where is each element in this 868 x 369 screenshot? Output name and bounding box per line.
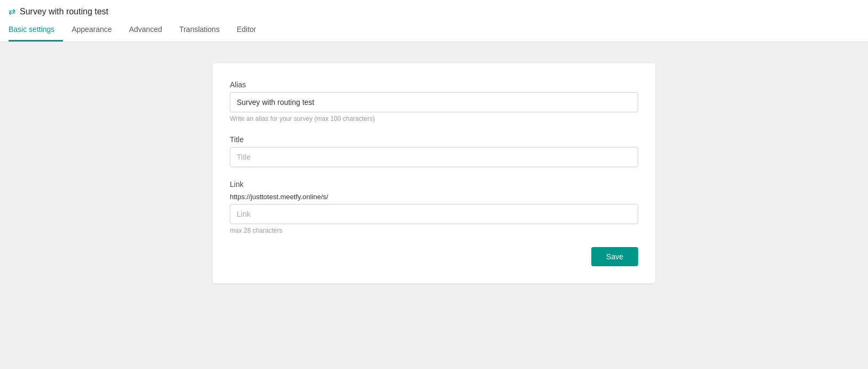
- title-field-group: Title: [230, 135, 638, 167]
- tab-basic-settings[interactable]: Basic settings: [9, 19, 63, 42]
- tab-translations[interactable]: Translations: [171, 19, 228, 42]
- save-button[interactable]: Save: [591, 247, 638, 266]
- routing-icon: ⇄: [9, 6, 15, 17]
- alias-hint: Write an alias for your survey (max 100 …: [230, 115, 638, 122]
- top-bar: ⇄ Survey with routing test Basic setting…: [0, 0, 868, 42]
- tab-appearance[interactable]: Appearance: [63, 19, 120, 42]
- save-row: Save: [230, 247, 638, 266]
- alias-field-group: Alias Write an alias for your survey (ma…: [230, 80, 638, 122]
- title-input[interactable]: [230, 147, 638, 167]
- link-label-row: Link https://justtotest.meetfy.online/s/: [230, 180, 638, 201]
- tab-advanced[interactable]: Advanced: [120, 19, 171, 42]
- alias-label: Alias: [230, 80, 638, 89]
- main-content: Alias Write an alias for your survey (ma…: [0, 42, 868, 305]
- link-field-group: Link https://justtotest.meetfy.online/s/…: [230, 180, 638, 234]
- settings-card: Alias Write an alias for your survey (ma…: [213, 63, 655, 283]
- link-url-display: https://justtotest.meetfy.online/s/: [230, 193, 638, 201]
- tabs-row: Basic settings Appearance Advanced Trans…: [9, 19, 859, 42]
- tab-editor[interactable]: Editor: [228, 19, 265, 42]
- link-hint: max 28 characters: [230, 227, 638, 234]
- link-label: Link: [230, 180, 638, 188]
- survey-title: Survey with routing test: [20, 7, 108, 17]
- survey-title-row: ⇄ Survey with routing test: [9, 0, 859, 17]
- title-label: Title: [230, 135, 638, 144]
- link-input[interactable]: [230, 204, 638, 224]
- alias-input[interactable]: [230, 92, 638, 112]
